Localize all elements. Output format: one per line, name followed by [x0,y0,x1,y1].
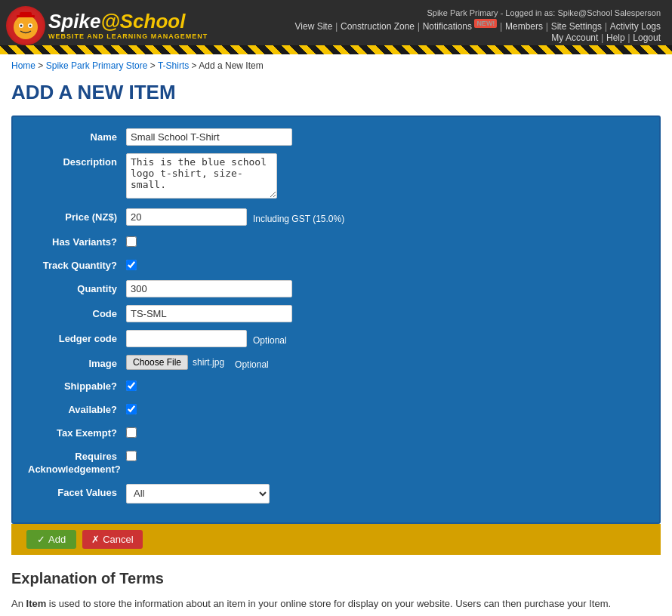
svg-point-0 [14,15,38,39]
shippable-label: Shippable? [28,377,126,392]
breadcrumb-store[interactable]: Spike Park Primary Store [46,60,148,71]
description-row: Description This is the blue school logo… [28,153,644,201]
has-variants-checkbox[interactable] [126,236,137,247]
breadcrumb: Home > Spike Park Primary Store > T-Shir… [0,54,672,77]
ledger-optional: Optional [253,331,287,346]
breadcrumb-tshirts[interactable]: T-Shirts [158,60,189,71]
facet-values-row: Facet Values All [28,484,644,504]
facet-values-control: All [126,484,644,504]
cancel-icon: ✗ [91,534,100,545]
code-row: Code [28,305,644,322]
facet-values-select[interactable]: All [126,484,270,504]
add-button[interactable]: ✓ Add [26,530,76,549]
explanation-intro: An Item is used to store the information… [11,596,661,611]
code-label: Code [28,305,126,319]
cancel-button[interactable]: ✗ Cancel [82,530,142,549]
image-control: Choose File shirt.jpg Optional [126,355,644,370]
file-input-area: Choose File shirt.jpg Optional [126,355,644,370]
header: Spike@School Website and Learning Manage… [0,0,672,45]
add-icon: ✓ [37,534,45,545]
logged-in-text: Spike Park Primary - Logged in as: Spike… [295,8,661,17]
has-variants-row: Has Variants? [28,233,644,249]
nav-links: View Site | Construction Zone | Notifica… [295,20,661,43]
price-control: Including GST (15.0%) [126,208,644,226]
available-row: Available? [28,401,644,417]
track-quantity-control [126,257,644,273]
logo-subtitle: Website and Learning Management [48,32,208,40]
tax-exempt-control [126,424,644,440]
track-quantity-checkbox[interactable] [126,260,137,270]
nav-construction-zone[interactable]: Construction Zone [341,21,415,32]
price-note: Including GST (15.0%) [253,210,344,224]
facet-values-label: Facet Values [28,484,126,498]
choose-file-button[interactable]: Choose File [126,355,188,370]
logo-mascot [6,6,45,45]
nav-activity-logs[interactable]: Activity Logs [610,21,661,32]
available-checkbox[interactable] [126,404,137,414]
track-quantity-row: Track Quantity? [28,257,644,273]
name-input[interactable] [126,128,292,146]
add-button-label: Add [48,534,66,545]
tax-exempt-row: Tax Exempt? [28,424,644,440]
quantity-label: Quantity [28,280,126,294]
description-label: Description [28,153,126,168]
tax-exempt-checkbox[interactable] [126,427,137,438]
available-label: Available? [28,401,126,415]
price-label: Price (NZ$) [28,208,126,223]
image-optional: Optional [235,356,269,370]
new-badge: NEW! [474,19,497,28]
price-row: Price (NZ$) Including GST (15.0%) [28,208,644,226]
svg-point-4 [29,25,32,27]
svg-rect-6 [20,12,32,17]
stripe-bar [0,45,672,54]
name-control [126,128,644,146]
top-nav: Spike Park Primary - Logged in as: Spike… [295,8,661,43]
shippable-row: Shippable? [28,377,644,393]
form-container: Name Description This is the blue school… [11,116,661,524]
nav-my-account[interactable]: My Account [551,32,598,43]
nav-help[interactable]: Help [606,32,625,43]
tax-exempt-label: Tax Exempt? [28,424,126,439]
description-control: This is the blue school logo t-shirt, si… [126,153,644,201]
description-textarea[interactable]: This is the blue school logo t-shirt, si… [126,153,277,199]
nav-notifications[interactable]: Notifications NEW! [423,21,498,32]
breadcrumb-current: Add a New Item [199,60,263,71]
ledger-code-label: Ledger code [28,330,126,344]
ledger-code-input[interactable] [126,330,247,347]
explanation-section: Explanation of Terms An Item is used to … [0,555,672,616]
quantity-control [126,280,644,297]
ledger-code-control: Optional [126,330,644,347]
code-control [126,305,644,322]
requires-ack-control [126,448,644,464]
name-row: Name [28,128,644,146]
requires-ack-label: Requires Acknowledgement? [28,448,126,476]
requires-ack-checkbox[interactable] [126,451,137,461]
explanation-title: Explanation of Terms [11,570,661,587]
nav-view-site[interactable]: View Site [295,21,333,32]
cancel-button-label: Cancel [103,534,133,545]
nav-logout[interactable]: Logout [633,32,661,43]
has-variants-control [126,233,644,249]
nav-site-settings[interactable]: Site Settings [551,21,602,32]
price-input[interactable] [126,208,247,226]
quantity-input[interactable] [126,280,292,297]
image-row: Image Choose File shirt.jpg Optional [28,355,644,370]
breadcrumb-home[interactable]: Home [11,60,35,71]
code-input[interactable] [126,305,292,322]
track-quantity-label: Track Quantity? [28,257,126,271]
shippable-checkbox[interactable] [126,380,137,391]
file-name: shirt.jpg [193,357,224,368]
quantity-row: Quantity [28,280,644,297]
image-label: Image [28,355,126,369]
nav-members[interactable]: Members [505,21,543,32]
logo: Spike@School Website and Learning Manage… [6,6,208,45]
page-title: ADD A NEW ITEM [11,81,661,104]
svg-point-3 [20,25,23,27]
ledger-code-row: Ledger code Optional [28,330,644,347]
page-title-section: ADD A NEW ITEM [0,77,672,116]
name-label: Name [28,128,126,143]
has-variants-label: Has Variants? [28,233,126,248]
logo-text: Spike@School Website and Learning Manage… [48,11,208,40]
shippable-control [126,377,644,393]
requires-ack-row: Requires Acknowledgement? [28,448,644,476]
